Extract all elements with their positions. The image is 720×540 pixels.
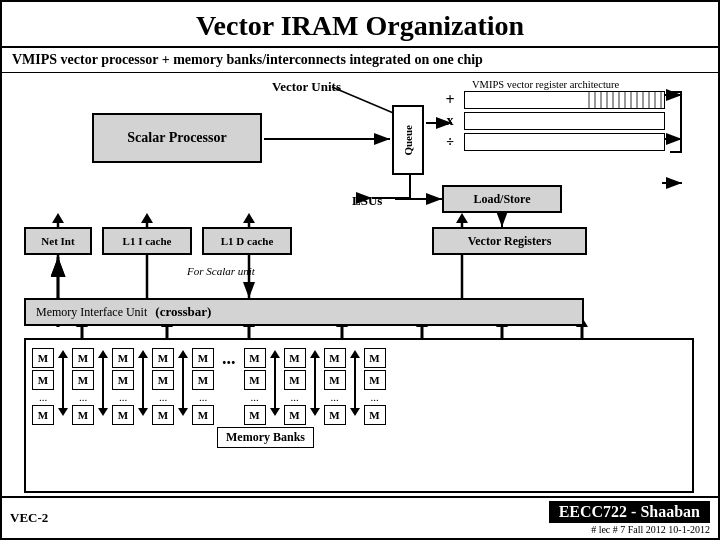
bank-cell: M [32, 405, 54, 425]
bank-arrow-7 [350, 348, 360, 416]
bank-arrow-6 [310, 348, 320, 416]
vector-units-label: Vector Units [272, 79, 341, 95]
scalar-processor-box: Scalar Processor [92, 113, 262, 163]
bank-group-3: M M ... M [112, 348, 134, 425]
bank-group-6: M M ... M [244, 348, 266, 425]
memory-interface-box: Memory Interface Unit (crossbar) [24, 298, 584, 326]
bank-cell: M [284, 348, 306, 368]
bank-arrow-4 [178, 348, 188, 416]
bottom-bar: VEC-2 EECC722 - Shaaban # lec # 7 Fall 2… [2, 496, 718, 538]
bank-dots: ... [159, 392, 167, 403]
page-title: Vector IRAM Organization [2, 2, 718, 48]
lecture-info: # lec # 7 Fall 2012 10-1-2012 [549, 524, 710, 535]
content-area: Vector Units VMIPS vector register archi… [2, 73, 718, 496]
queue-label: Queue [402, 125, 414, 156]
memory-banks-label: Memory Banks [217, 427, 314, 448]
svg-marker-23 [456, 213, 468, 223]
load-store-box: Load/Store [442, 185, 562, 213]
bank-cell: M [284, 405, 306, 425]
bank-cell: M [112, 370, 134, 390]
for-scalar-unit-label: For Scalar unit [187, 265, 255, 277]
l1-dcache-box: L1 D cache [202, 227, 292, 255]
bank-cell: M [152, 348, 174, 368]
bank-cell: M [152, 370, 174, 390]
bank-group-1: M M ... M [32, 348, 54, 425]
bank-arrow-1 [58, 348, 68, 416]
net-int-box: Net Int [24, 227, 92, 255]
bank-dots: ... [330, 392, 338, 403]
bank-cell: M [244, 370, 266, 390]
svg-marker-17 [141, 213, 153, 223]
banks-grid: M M ... M M M ... M [26, 340, 692, 491]
bank-arrow-3 [138, 348, 148, 416]
queue-box: Queue [392, 105, 424, 175]
bank-cell: M [364, 348, 386, 368]
bank-cell: M [152, 405, 174, 425]
bank-cell: M [324, 348, 346, 368]
lsus-label: LSUs [352, 193, 382, 209]
miu-label: Memory Interface Unit [36, 305, 147, 320]
bank-cell: M [364, 370, 386, 390]
bank-cell: M [192, 405, 214, 425]
bank-cell: M [32, 370, 54, 390]
bank-dots: ... [39, 392, 47, 403]
crossbar-label: (crossbar) [155, 304, 211, 320]
bank-dots: ... [290, 392, 298, 403]
bank-group-4: M M ... M [152, 348, 174, 425]
bank-dots: ... [119, 392, 127, 403]
bank-cell: M [324, 405, 346, 425]
bank-cell: M [32, 348, 54, 368]
bank-group-9: M M ... M [364, 348, 386, 425]
bank-cell: M [192, 348, 214, 368]
memory-banks-area: M M ... M M M ... M [24, 338, 694, 493]
ellipsis: ... [218, 348, 240, 369]
svg-marker-14 [52, 213, 64, 223]
bank-cell: M [192, 370, 214, 390]
eecc-label: EECC722 - Shaaban [549, 501, 710, 523]
op-plus: + [440, 91, 460, 109]
vmips-arch-label: VMIPS vector register architecture [472, 79, 619, 90]
op-mult: x [440, 113, 460, 129]
bank-dots: ... [79, 392, 87, 403]
vector-registers-box: Vector Registers [432, 227, 587, 255]
subtitle: VMIPS vector processor + memory banks/in… [2, 48, 718, 73]
bank-arrow-5 [270, 348, 280, 416]
vec2-label: VEC-2 [10, 510, 48, 526]
op-div: ÷ [440, 134, 460, 150]
bank-cell: M [72, 370, 94, 390]
bank-dots: ... [250, 392, 258, 403]
credits-area: EECC722 - Shaaban # lec # 7 Fall 2012 10… [549, 501, 710, 535]
vmips-bracket [670, 91, 682, 153]
main-container: Vector IRAM Organization VMIPS vector pr… [0, 0, 720, 540]
bank-cell: M [72, 405, 94, 425]
bank-group-2: M M ... M [72, 348, 94, 425]
l1-icache-box: L1 I cache [102, 227, 192, 255]
bank-group-8: M M ... M [324, 348, 346, 425]
bank-cell: M [284, 370, 306, 390]
bank-cell: M [72, 348, 94, 368]
bank-dots: ... [370, 392, 378, 403]
bank-cell: M [112, 405, 134, 425]
bank-group-7: M M ... M [284, 348, 306, 425]
bank-cell: M [112, 348, 134, 368]
svg-marker-20 [243, 213, 255, 223]
bank-cell: M [364, 405, 386, 425]
bank-group-5: M M ... M [192, 348, 214, 425]
vmips-register-architecture: + x ÷ [440, 91, 665, 154]
bank-arrow-2 [98, 348, 108, 416]
bank-dots: ... [199, 392, 207, 403]
bank-cell: M [244, 348, 266, 368]
bank-cell: M [244, 405, 266, 425]
bank-cell: M [324, 370, 346, 390]
